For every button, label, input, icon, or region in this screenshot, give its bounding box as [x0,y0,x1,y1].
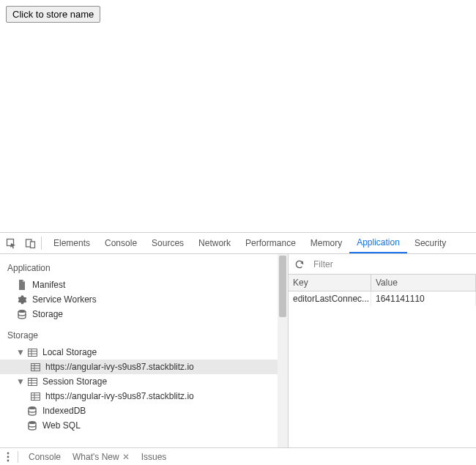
cell-key: editorLastConnec... [289,291,371,306]
refresh-icon[interactable] [290,256,309,273]
devtools-panel: Elements Console Sources Network Perform… [0,232,476,465]
svg-point-21 [29,421,36,424]
sidebar-item-label: Session Storage [42,376,107,387]
table-icon [29,363,41,371]
sidebar-item-label: https://angular-ivy-s9us87.stackblitz.io [45,391,194,401]
cell-value: 1641141110 [371,291,476,306]
database-icon [26,421,38,431]
tab-network[interactable]: Network [191,234,238,253]
sidebar-item-storage[interactable]: Storage [0,307,288,321]
column-key[interactable]: Key [289,275,371,291]
drawer-tab-whats-new[interactable]: What's New ✕ [67,449,135,465]
chevron-down-icon: ▼ [16,376,25,387]
devtools-drawer: Console What's New ✕ Issues [0,447,476,465]
devtools-tabstrip: Elements Console Sources Network Perform… [0,233,476,254]
scrollbar-thumb[interactable] [279,256,286,317]
svg-rect-4 [28,349,37,356]
sidebar-item-label: Web SQL [42,420,81,431]
filter-input[interactable] [312,256,475,273]
store-name-button[interactable]: Click to store name [6,6,100,23]
tab-sources[interactable]: Sources [144,234,191,253]
sidebar-item-label: Service Workers [32,294,97,305]
drawer-tab-console[interactable]: Console [23,449,67,465]
grid-body: editorLastConnec... 1641141110 [289,291,476,447]
database-icon [26,406,38,416]
tab-application[interactable]: Application [349,233,407,253]
svg-point-23 [7,456,10,458]
inspect-element-icon[interactable] [1,234,21,253]
table-icon [26,378,38,386]
tab-elements[interactable]: Elements [46,234,97,253]
close-icon[interactable]: ✕ [122,449,130,465]
file-icon [16,280,28,290]
page-content: Click to store name [0,0,476,232]
sidebar-item-label: Storage [32,309,63,319]
svg-point-24 [7,460,10,462]
storage-toolbar [289,254,476,275]
kebab-menu-icon[interactable] [0,448,16,465]
tab-security[interactable]: Security [407,234,453,253]
svg-rect-8 [31,363,40,371]
application-sidebar: Application Manifest Service Workers [0,254,289,447]
sidebar-scrollbar[interactable] [278,254,288,447]
drawer-tab-issues[interactable]: Issues [135,449,173,465]
section-title-application: Application [0,260,288,276]
svg-point-22 [7,453,10,455]
separator [18,451,18,463]
column-value[interactable]: Value [371,275,476,291]
table-icon [29,393,41,401]
database-icon [16,310,28,319]
application-tree: Manifest Service Workers Storage [0,278,288,321]
storage-tree: ▼ Local Storage https://angular-ivy-s9us… [0,345,288,433]
separator [41,237,42,250]
sidebar-item-local-storage[interactable]: ▼ Local Storage [0,345,288,360]
grid-header: Key Value [289,275,476,291]
sidebar-item-session-storage-origin[interactable]: https://angular-ivy-s9us87.stackblitz.io [0,389,288,403]
svg-rect-2 [30,242,34,248]
svg-rect-12 [28,378,37,385]
sidebar-item-indexeddb[interactable]: IndexedDB [0,403,288,418]
device-toolbar-icon[interactable] [21,234,40,253]
sidebar-item-websql[interactable]: Web SQL [0,418,288,433]
table-icon [26,349,38,357]
section-title-storage: Storage [0,327,288,343]
sidebar-item-service-workers[interactable]: Service Workers [0,292,288,307]
svg-point-3 [18,310,26,313]
sidebar-item-manifest[interactable]: Manifest [0,278,288,292]
tab-memory[interactable]: Memory [303,234,349,253]
sidebar-item-label: Local Storage [42,347,97,357]
sidebar-item-label: Manifest [32,280,65,290]
tab-console[interactable]: Console [97,234,144,253]
table-row[interactable]: editorLastConnec... 1641141110 [289,291,476,306]
sidebar-item-session-storage[interactable]: ▼ Session Storage [0,374,288,389]
sidebar-item-local-storage-origin[interactable]: https://angular-ivy-s9us87.stackblitz.io [0,360,288,374]
sidebar-item-label: IndexedDB [42,406,86,416]
drawer-tab-label: What's New [72,449,119,465]
chevron-down-icon: ▼ [16,347,25,357]
sidebar-item-label: https://angular-ivy-s9us87.stackblitz.io [45,362,194,372]
tab-performance[interactable]: Performance [238,234,303,253]
storage-detail-panel: Key Value editorLastConnec... 1641141110 [289,254,476,447]
svg-rect-16 [31,393,40,400]
devtools-body: Application Manifest Service Workers [0,254,476,447]
svg-point-20 [29,406,36,409]
gear-icon [16,295,28,305]
